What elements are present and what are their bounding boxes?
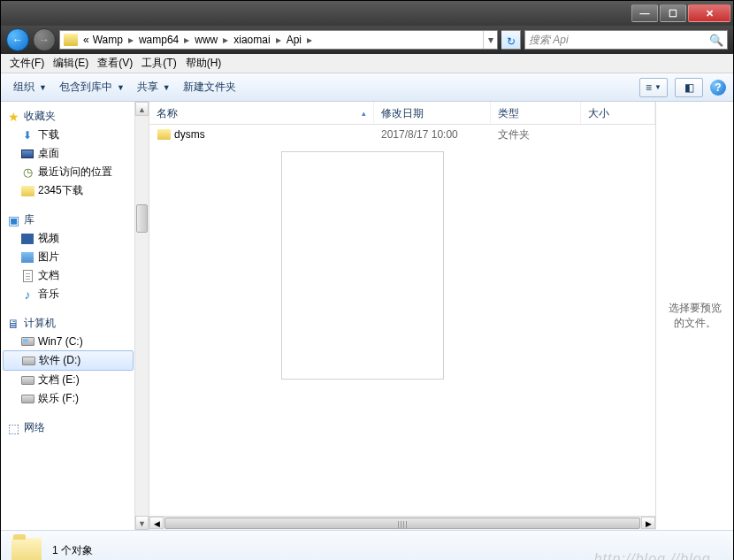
sidebar-item-drive-e[interactable]: 文档 (E:)	[1, 371, 135, 389]
folder-icon	[20, 184, 34, 198]
video-icon	[20, 232, 34, 246]
network-icon: ⬚	[6, 421, 20, 435]
scroll-down-icon[interactable]: ▼	[135, 516, 149, 530]
maximize-button[interactable]: ☐	[660, 4, 686, 22]
chevron-down-icon: ▼	[654, 83, 661, 91]
share-button[interactable]: 共享▼	[132, 77, 176, 97]
picture-icon	[20, 250, 34, 265]
sidebar-item-2345[interactable]: 2345下载	[1, 181, 135, 200]
sidebar-item-desktop[interactable]: 桌面	[1, 144, 135, 163]
preview-pane-button[interactable]: ◧	[675, 78, 703, 97]
arrow-right-icon: →	[39, 34, 50, 46]
preview-placeholder: 选择要预览的文件。	[663, 301, 726, 331]
breadcrumb[interactable]: Wamp	[91, 34, 125, 46]
breadcrumb[interactable]: www	[193, 34, 219, 46]
nav-back-button[interactable]: ←	[6, 28, 29, 51]
minimize-button[interactable]: —	[631, 4, 658, 22]
folder-icon	[64, 34, 78, 46]
help-button[interactable]: ?	[710, 80, 726, 96]
close-button[interactable]: ✕	[688, 4, 730, 22]
explorer-body: ★收藏夹 ⬇下载 桌面 ◷最近访问的位置 2345下载 ▣库 视频 图片 文档 …	[1, 102, 733, 530]
menu-tools[interactable]: 工具(T)	[138, 54, 180, 73]
sidebar-group-libraries[interactable]: ▣库	[1, 211, 135, 229]
column-size[interactable]: 大小	[581, 102, 655, 124]
sidebar-item-videos[interactable]: 视频	[1, 229, 135, 248]
menu-edit[interactable]: 编辑(E)	[50, 54, 92, 73]
file-row[interactable]: dysms 2017/8/17 10:00 文件夹	[149, 125, 655, 144]
view-mode-button[interactable]: ≡▼	[639, 78, 668, 97]
breadcrumb-prefix: «	[81, 34, 91, 46]
scroll-up-icon[interactable]: ▲	[135, 102, 149, 116]
column-date[interactable]: 修改日期	[374, 102, 491, 124]
music-icon: ♪	[20, 288, 34, 302]
navigation-pane: ★收藏夹 ⬇下载 桌面 ◷最近访问的位置 2345下载 ▣库 视频 图片 文档 …	[1, 102, 149, 530]
new-folder-button[interactable]: 新建文件夹	[178, 77, 241, 97]
minimize-icon: —	[640, 8, 650, 19]
sidebar-group-favorites[interactable]: ★收藏夹	[1, 107, 135, 126]
folder-icon	[157, 127, 171, 142]
arrow-left-icon: ←	[12, 34, 23, 46]
scroll-right-icon[interactable]: ▶	[641, 517, 655, 529]
menu-view[interactable]: 查看(V)	[94, 54, 136, 73]
title-bar: — ☐ ✕	[1, 1, 733, 26]
file-list[interactable]: dysms 2017/8/17 10:00 文件夹	[149, 125, 655, 516]
sidebar-item-drive-f[interactable]: 娱乐 (F:)	[1, 389, 135, 408]
sidebar-item-downloads[interactable]: ⬇下载	[1, 126, 135, 144]
chevron-right-icon[interactable]: ▸	[180, 34, 193, 46]
sidebar-item-drive-d[interactable]: 软件 (D:)	[3, 350, 134, 371]
column-headers: 名称▴ 修改日期 类型 大小	[149, 102, 655, 125]
file-date: 2017/8/17 10:00	[374, 128, 491, 141]
recent-icon: ◷	[20, 165, 34, 180]
drive-icon	[20, 334, 34, 349]
horizontal-scrollbar[interactable]: ◀ ▶	[149, 516, 655, 530]
nav-forward-button[interactable]: →	[33, 28, 56, 51]
library-icon: ▣	[6, 213, 20, 227]
status-bar: 1 个对象 http://blog.//blog.	[1, 530, 733, 560]
sidebar-item-recent[interactable]: ◷最近访问的位置	[1, 163, 135, 181]
organize-button[interactable]: 组织▼	[8, 77, 52, 97]
address-path[interactable]: « Wamp▸ wamp64▸ www▸ xiaomai▸ Api▸ ▾	[59, 30, 498, 50]
sidebar-group-computer[interactable]: 🖥计算机	[1, 314, 135, 333]
close-icon: ✕	[706, 8, 714, 19]
file-name: dysms	[174, 128, 205, 141]
sidebar-item-drive-c[interactable]: Win7 (C:)	[1, 333, 135, 350]
sidebar-group-network[interactable]: ⬚网络	[1, 418, 135, 437]
chevron-right-icon[interactable]: ▸	[272, 34, 285, 46]
breadcrumb[interactable]: Api	[285, 34, 303, 46]
chevron-down-icon: ▼	[39, 83, 47, 92]
include-library-button[interactable]: 包含到库中▼	[54, 77, 130, 97]
menu-help[interactable]: 帮助(H)	[182, 54, 226, 73]
download-icon: ⬇	[20, 128, 34, 142]
file-type: 文件夹	[491, 127, 581, 142]
desktop-icon	[20, 147, 34, 161]
scroll-left-icon[interactable]: ◀	[149, 517, 164, 529]
sidebar-item-music[interactable]: ♪音乐	[1, 285, 135, 303]
scrollbar-thumb[interactable]	[136, 204, 148, 233]
sort-asc-icon: ▴	[362, 102, 366, 125]
computer-icon: 🖥	[6, 317, 20, 331]
folder-icon	[11, 538, 42, 561]
column-type[interactable]: 类型	[491, 102, 581, 124]
search-input[interactable]: 搜索 Api 🔍	[524, 30, 728, 50]
address-bar: ← → « Wamp▸ wamp64▸ www▸ xiaomai▸ Api▸ ▾…	[1, 26, 733, 54]
sidebar-item-documents[interactable]: 文档	[1, 266, 135, 285]
view-list-icon: ≡	[646, 81, 652, 94]
column-name[interactable]: 名称▴	[149, 102, 374, 124]
search-placeholder: 搜索 Api	[529, 33, 709, 48]
breadcrumb[interactable]: wamp64	[137, 34, 180, 46]
toolbar: 组织▼ 包含到库中▼ 共享▼ 新建文件夹 ≡▼ ◧ ?	[1, 73, 733, 102]
sidebar-scrollbar[interactable]: ▲ ▼	[134, 102, 149, 530]
menu-file[interactable]: 文件(F)	[6, 54, 48, 73]
chevron-right-icon[interactable]: ▸	[125, 34, 137, 46]
chevron-down-icon: ▼	[163, 83, 171, 92]
sidebar-item-pictures[interactable]: 图片	[1, 248, 135, 266]
scrollbar-thumb[interactable]	[164, 518, 640, 529]
refresh-button[interactable]: ↻	[501, 30, 521, 50]
address-history-dropdown[interactable]: ▾	[483, 31, 497, 49]
preview-pane: 选择要预览的文件。	[655, 102, 733, 530]
drive-icon	[20, 373, 34, 387]
chevron-right-icon[interactable]: ▸	[219, 34, 232, 46]
breadcrumb[interactable]: xiaomai	[232, 34, 271, 46]
chevron-down-icon: ▼	[117, 83, 125, 92]
chevron-right-icon[interactable]: ▸	[303, 34, 316, 46]
